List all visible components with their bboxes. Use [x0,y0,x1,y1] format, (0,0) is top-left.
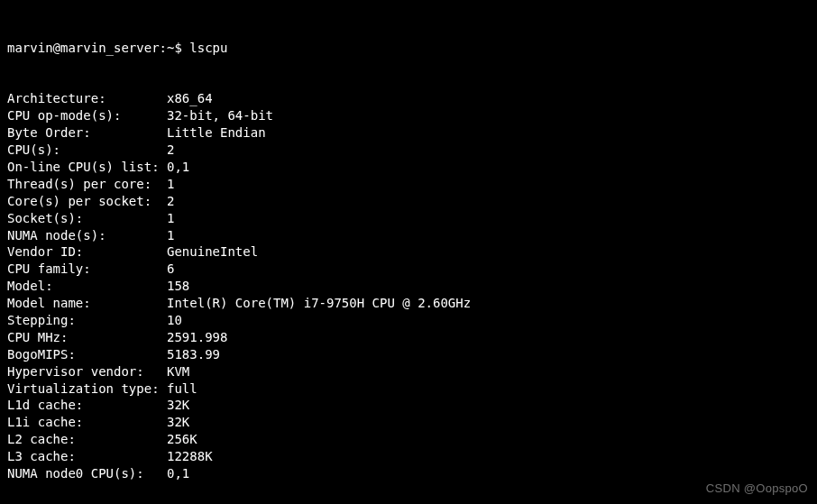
lscpu-row: Vendor ID: GenuineIntel [7,243,810,261]
lscpu-rows: Architecture: x86_64CPU op-mode(s): 32-b… [7,90,810,481]
prompt-char: $ [174,41,181,55]
shell-prompt-line: marvin@marvin_server:~$ lscpu [7,40,810,57]
lscpu-row: L1i cache: 32K [7,414,810,431]
lscpu-row: CPU family: 6 [7,261,810,278]
lscpu-row: NUMA node0 CPU(s): 0,1 [7,465,810,482]
lscpu-row: Byte Order: Little Endian [7,124,810,142]
lscpu-row: CPU(s): 2 [7,142,810,159]
lscpu-row: L3 cache: 12288K [7,448,810,465]
lscpu-row: On-line CPU(s) list: 0,1 [7,159,810,176]
lscpu-row: Thread(s) per core: 1 [7,176,810,193]
lscpu-row: Architecture: x86_64 [7,90,810,107]
prompt-user-host: marvin@marvin_server [7,41,160,55]
lscpu-row: Virtualization type: full [7,380,810,398]
lscpu-row: Core(s) per socket: 2 [7,193,810,210]
lscpu-row: BogoMIPS: 5183.99 [7,346,810,363]
lscpu-row: Model: 158 [7,278,810,295]
lscpu-row: Model name: Intel(R) Core(TM) i7-9750H C… [7,295,810,312]
lscpu-row: CPU op-mode(s): 32-bit, 64-bit [7,107,810,124]
terminal-output[interactable]: marvin@marvin_server:~$ lscpu Architectu… [0,0,817,504]
lscpu-row: Hypervisor vendor: KVM [7,363,810,380]
prompt-command: lscpu [189,41,227,55]
lscpu-row: CPU MHz: 2591.998 [7,329,810,346]
lscpu-row: L1d cache: 32K [7,397,810,414]
lscpu-row: Socket(s): 1 [7,210,810,227]
lscpu-row: L2 cache: 256K [7,431,810,448]
lscpu-row: NUMA node(s): 1 [7,227,810,244]
lscpu-row: Stepping: 10 [7,312,810,329]
